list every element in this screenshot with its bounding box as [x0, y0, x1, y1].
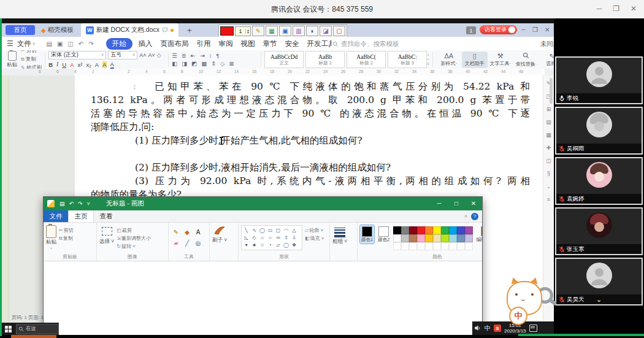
minimize-icon[interactable]: ─ [597, 4, 602, 13]
font-name-select[interactable]: 宋体 (正文)˅ [48, 51, 106, 60]
palette-color-4[interactable] [425, 226, 433, 234]
para-icon-0[interactable]: ☰ [172, 52, 177, 59]
paint-tool-icon-4[interactable]: ╱ [182, 238, 192, 248]
palette-empty-slot[interactable] [417, 242, 425, 250]
shape-icon-14[interactable]: ✦ [242, 241, 250, 248]
shape-icon-4[interactable]: ▢ [274, 226, 282, 234]
shape-icon-16[interactable]: ☆ [258, 241, 266, 248]
doc-assistant-button[interactable]: ▯ 文档助手 [462, 52, 488, 68]
align-icon-6[interactable]: ⊞ [229, 60, 234, 67]
para-icon-3[interactable]: ⇥ [200, 52, 205, 59]
quick-access-icon-4[interactable]: ↷ [88, 40, 93, 47]
para-icon-4[interactable]: ↕ [209, 52, 212, 59]
annotation-tool-icon-4[interactable]: ◗ [306, 26, 318, 36]
wps-maximize-icon[interactable]: ❐ [532, 26, 538, 33]
paint-tool-icon-1[interactable]: ◆ [182, 227, 192, 237]
paint-window[interactable]: ▤↶↷˅ 无标题 - 画图 ─ □ ✕ 文件 主页 查看 ˄ ? 粘贴˅ [43, 196, 483, 336]
paint-qat-icon-0[interactable]: ▤ [59, 201, 65, 207]
guest-login-button[interactable]: 访客登录 [480, 25, 517, 34]
wps-tab-home[interactable]: 首页 [6, 25, 35, 35]
palette-color-17[interactable] [449, 234, 457, 242]
style-标题 2[interactable]: AaBbC(标题 2 [347, 51, 386, 68]
color2-button[interactable]: 颜色2 [377, 225, 391, 244]
paint-cut-button[interactable]: ✂剪切 [59, 227, 74, 234]
palette-color-13[interactable] [417, 234, 425, 242]
collapse-ribbon-icon[interactable]: ˄ [464, 213, 467, 219]
char-format-button-7[interactable]: A [102, 61, 106, 68]
menu-tab-审阅[interactable]: 审阅 [219, 39, 233, 48]
shape-icon-11[interactable]: ⇦ [274, 234, 282, 241]
participant-tile-1[interactable]: 李锐 [555, 56, 643, 104]
wps-side-icon-6[interactable]: ◫ [546, 158, 551, 164]
palette-color-5[interactable] [433, 226, 441, 234]
paint-minimize-icon[interactable]: ─ [431, 197, 448, 210]
align-icon-2[interactable]: ◩ [191, 60, 197, 67]
align-icon-4[interactable]: ⇕ [211, 60, 216, 67]
grow-font-button[interactable]: A˄ [139, 52, 146, 58]
ime-indicator[interactable]: 中 [485, 324, 491, 332]
color1-button[interactable]: 颜色1 [360, 225, 374, 244]
shrink-font-button[interactable]: A˅ [148, 52, 155, 58]
palette-color-16[interactable] [441, 234, 449, 242]
char-format-button-4[interactable]: x² [77, 61, 82, 68]
text-tools-button[interactable]: ⚒ 文字工具· [488, 53, 513, 67]
align-icon-3[interactable]: ▦ [201, 60, 207, 67]
participant-tile-2[interactable]: 吴桐雨 [555, 107, 643, 155]
quick-access-icon-0[interactable]: ▤ [46, 40, 52, 47]
paint-close-icon[interactable]: ✕ [465, 197, 482, 210]
shape-icon-5[interactable]: ◠ [282, 226, 290, 234]
palette-color-11[interactable] [401, 234, 409, 242]
shape-outline-button[interactable]: ▱轮廓 ˅ [305, 227, 324, 234]
paint-rotate-button[interactable]: ↻旋转 ˅ [117, 243, 151, 250]
paint-resize-button[interactable]: ⇲重新调整大小 [117, 235, 151, 242]
style-标题 3[interactable]: AaBbC:标题 3 [388, 51, 427, 68]
shape-icon-20[interactable]: ❖ [290, 241, 298, 248]
menu-tab-开发工具[interactable]: 开发工具 [307, 39, 332, 48]
menu-tab-页面布局[interactable]: 页面布局 [161, 39, 189, 48]
align-icon-0[interactable]: ◧ [172, 60, 177, 67]
paint-qat-icon-1[interactable]: ↶ [69, 201, 74, 207]
maximize-icon[interactable]: ❐ [613, 4, 619, 13]
shape-icon-1[interactable]: ∿ [250, 226, 258, 234]
palette-empty-slot[interactable] [465, 242, 473, 250]
annotation-tool-icon-1[interactable]: ▦ [266, 26, 278, 36]
palette-color-15[interactable] [433, 234, 441, 242]
palette-color-10[interactable] [393, 234, 401, 242]
font-size-select[interactable]: 五号˅ [108, 51, 137, 60]
palette-color-7[interactable] [449, 226, 457, 234]
palette-color-0[interactable] [393, 226, 401, 234]
palette-color-1[interactable] [401, 226, 409, 234]
palette-empty-slot[interactable] [441, 242, 449, 250]
palette-empty-slot[interactable] [433, 242, 441, 250]
palette-empty-slot[interactable] [401, 242, 409, 250]
style-gallery-scroll[interactable]: ˄˅≡ [427, 53, 429, 66]
para-icon-2[interactable]: ⇤ [191, 52, 196, 59]
char-format-button-0[interactable]: B [48, 61, 53, 68]
paint-tool-icon-2[interactable]: A [193, 227, 203, 237]
paint-help-icon[interactable]: ? [471, 213, 478, 220]
wps-side-icon-4[interactable]: ▦ [546, 132, 551, 138]
wps-side-icon-3[interactable]: ▤ [546, 119, 551, 125]
palette-color-18[interactable] [457, 234, 465, 242]
char-format-button-2[interactable]: U [62, 61, 66, 68]
shape-icon-15[interactable]: ★ [250, 241, 258, 248]
shape-icon-0[interactable]: ╲ [242, 226, 250, 234]
shape-icon-19[interactable]: ◯ [282, 241, 290, 248]
shape-icon-10[interactable]: ○ [266, 234, 274, 241]
wps-side-icon-2[interactable]: ⊞ [546, 106, 551, 112]
palette-empty-slot[interactable] [425, 242, 433, 250]
shape-icon-17[interactable]: ◔ [266, 241, 274, 248]
paint-brushes-button[interactable]: 刷子 ˅ [212, 225, 227, 244]
paint-tab-file[interactable]: 文件 [44, 210, 68, 222]
close-icon[interactable]: ✕ [631, 4, 637, 13]
annotation-tool-icon-6[interactable]: ▢ [333, 26, 345, 36]
clear-format-icon[interactable]: ◇ [157, 52, 161, 58]
palette-color-3[interactable] [417, 226, 425, 234]
palette-empty-slot[interactable] [393, 242, 401, 250]
participant-tile-3[interactable]: 袁婉婷 [555, 157, 643, 205]
annotation-tool-icon-5[interactable]: ◪ [320, 26, 332, 36]
menu-tab-章节[interactable]: 章节 [263, 39, 277, 48]
shape-icon-2[interactable]: ◯ [258, 226, 266, 234]
menu-tab-插入[interactable]: 插入 [139, 39, 153, 48]
menu-tab-开始[interactable]: 开始 [106, 38, 132, 50]
